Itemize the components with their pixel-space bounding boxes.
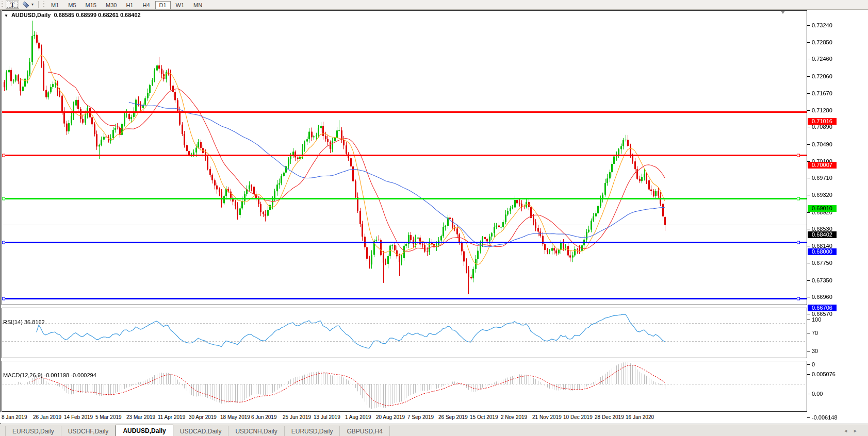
price-axis-tick <box>807 127 810 127</box>
price-axis-tick <box>807 93 810 94</box>
timeframe-button-m15[interactable]: M15 <box>81 1 101 9</box>
chart-tab-usdcnh-daily[interactable]: USDCNH,Daily <box>228 426 284 436</box>
price-axis-tick <box>807 110 810 111</box>
time-axis-label: 8 Jan 2019 <box>2 414 27 420</box>
chart-tab-usdcad-daily[interactable]: USDCAD,Daily <box>173 426 229 436</box>
price-axis-tick <box>807 280 810 281</box>
chart-tab-eurusd-daily[interactable]: EURUSD,Daily <box>5 426 61 436</box>
chart-tab-gbpusd-h4[interactable]: GBPUSD,H4 <box>340 426 389 436</box>
price-axis-tick <box>807 263 810 263</box>
time-axis-label: 26 Sep 2019 <box>438 414 468 420</box>
timeframe-button-d1[interactable]: D1 <box>155 1 171 9</box>
rsi-axis-tick <box>807 351 810 351</box>
toolbar-grip[interactable] <box>43 2 44 8</box>
price-axis-label: 0.67750 <box>812 260 832 266</box>
time-axis-label: 16 Jan 2020 <box>626 414 654 420</box>
timeframe-button-m5[interactable]: M5 <box>64 1 80 9</box>
chart-tabs-bar: EURUSD,DailyUSDCHF,DailyAUDUSD,DailyUSDC… <box>0 424 868 436</box>
hline-price-label: 0.69010 <box>808 205 837 212</box>
time-axis-label: 25 Jun 2019 <box>283 414 311 420</box>
time-axis-label: 28 Dec 2019 <box>595 414 624 420</box>
style-tool-icon <box>22 1 30 8</box>
chart-tab-usdchf-daily[interactable]: USDCHF,Daily <box>61 426 116 436</box>
hline-price-label: 0.68000 <box>808 248 837 255</box>
price-axis-tick <box>807 195 810 195</box>
macd-indicator-label: MACD(12,26,9) -0.001198 -0.000294 <box>3 372 96 378</box>
timeframe-button-m30[interactable]: M30 <box>102 1 121 9</box>
timeframe-button-mn[interactable]: MN <box>189 1 206 9</box>
price-axis-label: 0.69320 <box>812 192 832 198</box>
macd-axis-label: 0.00 <box>812 391 823 397</box>
chart-tab-eurusd-daily[interactable]: EURUSD,Daily <box>285 426 340 436</box>
current-price-label: 0.68402 <box>808 231 837 238</box>
time-axis-label: 15 Oct 2019 <box>470 414 498 420</box>
ohlc-open: 0.68585 <box>54 12 74 18</box>
toolbar-grip[interactable] <box>2 2 3 8</box>
text-tool-button[interactable]: T <box>6 1 19 9</box>
chart-tab-audusd-daily[interactable]: AUDUSD,Daily <box>116 425 173 436</box>
macd-axis-tick <box>807 394 810 394</box>
price-axis-tick <box>807 246 810 246</box>
hline-price-label: 0.70007 <box>808 162 837 169</box>
price-axis-label: 0.73240 <box>812 22 832 28</box>
macd-axis-tick <box>807 417 810 418</box>
price-axis-label: 0.68140 <box>812 243 832 249</box>
time-axis-label: 2 Nov 2019 <box>501 414 527 420</box>
collapse-arrow-icon: ▼ <box>4 13 8 18</box>
timeframe-button-w1[interactable]: W1 <box>172 1 189 9</box>
price-axis-label: 0.71670 <box>812 90 832 96</box>
time-axis-label: 23 Mar 2019 <box>126 414 155 420</box>
macd-signal-value: -0.000294 <box>71 372 96 378</box>
chevron-down-icon: ▾ <box>31 1 34 8</box>
time-axis-label: 21 Nov 2019 <box>532 414 562 420</box>
rsi-value: 36.8162 <box>24 319 45 325</box>
timeframe-button-h4[interactable]: H4 <box>138 1 154 9</box>
rsi-axis-label: 100 <box>812 316 821 323</box>
tab-scroll-right-icon: ► <box>853 428 863 433</box>
rsi-axis-label: 70 <box>812 330 818 336</box>
rsi-axis-tick <box>807 333 810 333</box>
price-axis-tick <box>807 314 810 314</box>
ohlc-high: 0.68599 <box>76 12 96 18</box>
ohlc-close: 0.68402 <box>120 12 141 18</box>
timeframe-toolbar: M1M5M15M30H1H4D1W1MN <box>46 0 207 9</box>
hline-price-label: 0.71016 <box>808 118 837 125</box>
tab-scroll-arrows[interactable]: ◄► <box>843 428 863 433</box>
price-axis-label: 0.71280 <box>812 107 832 113</box>
time-axis: 8 Jan 201926 Jan 201914 Feb 20195 Mar 20… <box>0 412 807 423</box>
price-axis-label: 0.72060 <box>812 73 832 79</box>
chart-shift-marker-icon <box>781 11 785 14</box>
time-axis-label: 11 Apr 2019 <box>158 414 185 420</box>
price-axis-label: 0.66960 <box>812 294 832 300</box>
price-axis-label: 0.70490 <box>812 141 832 147</box>
rsi-axis-tick <box>807 320 810 320</box>
rsi-axis-tick <box>807 364 810 365</box>
chart-title-overlay: ▼AUDUSD,Daily 0.68585 0.68599 0.68261 0.… <box>4 12 141 18</box>
macd-axis-label: 0.005076 <box>812 371 836 377</box>
macd-axis-label: -0.006148 <box>812 414 838 421</box>
price-axis-label: 0.72850 <box>812 39 832 45</box>
main-toolbar: T ▾ M1M5M15M30H1H4D1W1MN <box>0 0 868 10</box>
time-axis-label: 1 Aug 2019 <box>345 414 371 420</box>
price-axis-tick <box>807 229 810 229</box>
style-tool-button[interactable]: ▾ <box>20 1 36 9</box>
toolbar-separator <box>38 1 39 8</box>
time-axis-label: 20 Aug 2019 <box>376 414 405 420</box>
time-axis-label: 18 May 2019 <box>220 414 250 420</box>
chart-window: ▼AUDUSD,Daily 0.68585 0.68599 0.68261 0.… <box>0 10 868 436</box>
macd-main-value: -0.001198 <box>44 372 69 378</box>
time-axis-label: 10 Dec 2019 <box>563 414 593 420</box>
time-axis-label: 30 Apr 2019 <box>189 414 217 420</box>
timeframe-button-m1[interactable]: M1 <box>47 1 63 9</box>
time-axis-label: 5 Mar 2019 <box>95 414 122 420</box>
price-axis-label: 0.67350 <box>812 277 832 283</box>
time-axis-label: 14 Feb 2019 <box>64 414 93 420</box>
timeframe-button-h1[interactable]: H1 <box>122 1 137 9</box>
price-axis-tick <box>807 76 810 77</box>
chart-canvas[interactable] <box>0 10 868 424</box>
chart-symbol-label: AUDUSD,Daily <box>11 12 51 18</box>
macd-axis-tick <box>807 374 810 375</box>
hline-price-label: 0.66706 <box>808 305 837 311</box>
rsi-axis-label: 30 <box>812 348 818 354</box>
price-axis-tick <box>807 178 810 178</box>
